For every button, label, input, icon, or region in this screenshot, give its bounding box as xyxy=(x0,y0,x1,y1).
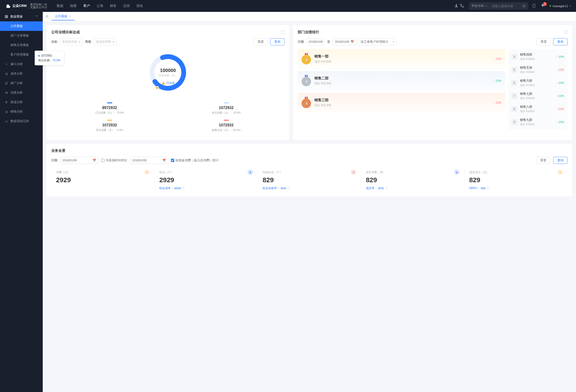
svg-point-10 xyxy=(156,87,159,90)
stat-checkbox[interactable]: 按现金消费（返点后消费）统计 xyxy=(171,158,219,162)
rank-top-item: 2销售二部流水 ¥10,900↑ 10% xyxy=(298,71,505,90)
stat-type-select[interactable]: 按工单客户经理统计▾ xyxy=(359,38,397,45)
svg-rect-7 xyxy=(7,17,8,18)
card-title: 公司业绩目标达成 xyxy=(51,30,80,34)
card-title: 业务全景 xyxy=(51,149,65,153)
tab-bar: ☰ 公司看板× xyxy=(43,12,576,21)
rank-list-item: 7销售七部流水 ¥19020↑ 10% xyxy=(508,89,568,102)
overview-metric: 机会（个）●2929机会成本：¥948ⓘ xyxy=(154,168,258,192)
nav-item[interactable]: 公海 xyxy=(97,4,103,8)
user-icon[interactable] xyxy=(454,3,459,8)
overview-card: 业务全景 日期 2018/01/08📅 与其他时间对比 2018/01/08📅 … xyxy=(47,144,572,196)
medal-icon: 2 xyxy=(302,75,311,86)
card-title: 部门业绩排行 xyxy=(298,30,319,34)
help-icon[interactable]: ⓘ xyxy=(182,186,185,190)
target-select[interactable]: 请选择目标▾ xyxy=(60,38,83,45)
sidebar: 数据看板 ⌃ 公司看板推广主管看板销售主管看板客户经理看板 ▿漏斗分析◷成本分析… xyxy=(0,12,43,392)
calendar-icon: 📅 xyxy=(93,159,96,162)
stat-item: 1072932未完成量（元）|20.9% xyxy=(168,100,285,118)
logo: 云朵CRM 教育机构一站式服务云平台 xyxy=(5,3,47,9)
date-from[interactable]: 2018/01/08 xyxy=(306,38,325,45)
rank-list-item: 9销售九部流水 ¥19020↑ 10% xyxy=(508,116,568,128)
nav-item[interactable]: 数据 xyxy=(57,4,63,8)
search-icon[interactable] xyxy=(522,4,526,8)
nav-item[interactable]: 报名 xyxy=(137,4,143,8)
sidebar-sub-item[interactable]: 销售主管看板 xyxy=(0,40,43,50)
overview-date1[interactable]: 2018/01/08📅 xyxy=(60,157,98,164)
sidebar-item[interactable]: ◷成本分析 xyxy=(0,69,43,78)
calendar-icon: 📅 xyxy=(162,159,166,162)
svg-point-1 xyxy=(523,5,525,7)
metric-icon: ● xyxy=(454,170,460,175)
calendar-icon: 📅 xyxy=(350,40,354,43)
menu-icon: ▭ xyxy=(5,120,8,123)
help-icon[interactable]: ⓘ xyxy=(487,186,489,190)
compare-checkbox[interactable]: 与其他时间对比 xyxy=(101,158,127,162)
sidebar-item[interactable]: ✉访客分析 xyxy=(0,88,43,97)
rank-list-item: 8销售八部流水 ¥19020↓ 12% xyxy=(508,102,568,116)
nav-item[interactable]: 运营 xyxy=(123,4,130,8)
stat-item: 1072932超额完成（元）|89.9% xyxy=(168,118,285,135)
svg-rect-4 xyxy=(5,15,6,16)
sidebar-item[interactable]: ⚲渠道分析 xyxy=(0,97,43,107)
nav-item[interactable]: 线索 xyxy=(70,4,77,8)
expand-icon[interactable]: ⛶ xyxy=(281,30,285,34)
sidebar-group-dashboard[interactable]: 数据看板 ⌃ xyxy=(0,12,43,21)
chevron-up-icon: ⌃ xyxy=(35,15,38,19)
period-select[interactable]: 请选择周期▾ xyxy=(93,38,116,45)
svg-rect-5 xyxy=(7,15,8,16)
sidebar-sub-item[interactable]: 公司看板 xyxy=(0,21,43,31)
metric-icon: ● xyxy=(248,170,253,175)
menu-icon: ☑ xyxy=(5,82,8,85)
bell-icon[interactable]: 5 xyxy=(541,3,545,8)
help-icon[interactable]: ⓘ xyxy=(287,186,290,190)
help-icon[interactable]: ⓘ xyxy=(385,186,388,190)
menu-icon: ⚲ xyxy=(5,100,8,104)
reset-button[interactable]: 重置 xyxy=(536,157,550,164)
overview-metric: 消费（元）●2929 xyxy=(51,168,154,192)
overview-metric: 有效机会（个）●829机会有效率：80%ⓘ xyxy=(258,168,361,192)
overview-date2[interactable]: 2018/01/08📅 xyxy=(130,157,168,164)
menu-icon: ▿ xyxy=(5,62,8,66)
rank-list-item: 5销售五部流水 ¥19020↓ 12% xyxy=(508,63,568,76)
ranking-card: 部门业绩排行⛶ 日期 2018/01/08 至 2018/01/08📅 按工单客… xyxy=(293,25,572,140)
stat-item: 1072932应完成量（元）|8.9% xyxy=(51,118,168,135)
svg-rect-2 xyxy=(533,4,535,7)
sidebar-item[interactable]: ◎销售分析 xyxy=(0,107,43,117)
chart-tooltip: 1072932 所占比例：70.9% xyxy=(35,51,64,65)
sidebar-toggle-icon[interactable]: ☰ xyxy=(46,15,48,18)
reset-button[interactable]: 重置 xyxy=(254,38,268,45)
menu-icon: ✉ xyxy=(5,91,8,94)
mobile-icon[interactable] xyxy=(532,3,536,9)
tab-company-dashboard[interactable]: 公司看板× xyxy=(52,13,75,20)
sidebar-item[interactable]: ☑推广分析 xyxy=(0,78,43,88)
search-box[interactable]: 手机号码▾ | xyxy=(469,2,528,10)
menu-icon: ◎ xyxy=(5,110,8,114)
nav-item[interactable]: 客户 xyxy=(83,4,90,8)
overview-metric: 成交单数（单）●829成交率：80%ⓘ xyxy=(361,168,464,192)
sidebar-sub-item[interactable]: 推广主管看板 xyxy=(0,31,43,40)
query-button[interactable]: 查询 xyxy=(553,38,568,45)
menu-icon: ◷ xyxy=(5,72,8,76)
stat-item: 8972932已完成量（元）|70.9% xyxy=(51,100,168,118)
query-button[interactable]: 查询 xyxy=(270,38,285,45)
app-header: 云朵CRM 教育机构一站式服务云平台 数据线索客户公海财务运营报名 手机号码▾ … xyxy=(0,0,576,12)
rank-top-item: 1销售一部流水 ¥10,900↓ 12% xyxy=(298,49,505,69)
close-icon[interactable]: × xyxy=(69,14,71,18)
rank-list-item: 6销售六部流水 ¥19020↑ 10% xyxy=(508,76,568,89)
metric-icon: ● xyxy=(351,170,356,175)
top-nav: 数据线索客户公海财务运营报名 xyxy=(57,4,453,8)
reset-button[interactable]: 重置 xyxy=(537,38,551,45)
nav-item[interactable]: 财务 xyxy=(110,4,116,8)
svg-point-0 xyxy=(456,4,457,6)
phone-icon[interactable] xyxy=(460,3,464,8)
query-button[interactable]: 查询 xyxy=(553,157,568,164)
expand-icon[interactable]: ⛶ xyxy=(564,30,568,34)
user-menu[interactable]: manager11▾ xyxy=(550,4,571,8)
sidebar-item[interactable]: ▭数据流转记录 xyxy=(0,117,43,126)
date-to[interactable]: 2018/01/08📅 xyxy=(333,38,356,45)
rank-top-item: 3销售三部流水 ¥10,900↓ 12% xyxy=(298,93,505,112)
search-input[interactable] xyxy=(492,4,520,8)
svg-rect-6 xyxy=(5,17,6,18)
medal-icon: 1 xyxy=(302,54,311,64)
